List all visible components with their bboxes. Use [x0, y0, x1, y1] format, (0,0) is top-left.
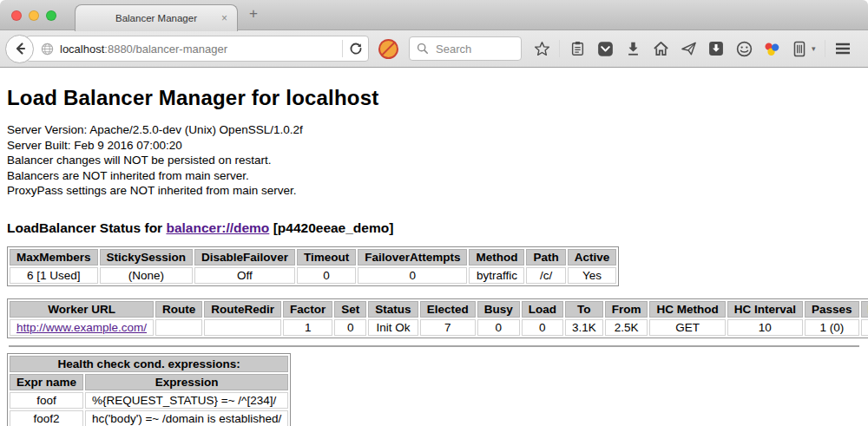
cell-elected: 7 — [420, 319, 476, 336]
globe-icon — [41, 43, 54, 56]
balancer-params-table: MaxMembers StickySession DisableFailover… — [7, 246, 619, 286]
home-icon[interactable] — [652, 39, 669, 58]
column-header: Method — [469, 249, 524, 265]
cell-status: Init Ok — [368, 319, 418, 336]
cell-disablefailover: Off — [194, 267, 295, 284]
column-header: Busy — [477, 301, 520, 318]
column-header: DisableFailover — [194, 249, 295, 265]
column-header: MaxMembers — [10, 249, 98, 265]
cell-expression: %{REQUEST_STATUS} =~ /^[234]/ — [85, 392, 288, 409]
back-arrow-icon — [13, 42, 27, 56]
column-header: Timeout — [297, 249, 356, 265]
page-title: Load Balancer Manager for localhost — [7, 86, 861, 110]
clipboard-icon[interactable] — [569, 39, 586, 58]
menu-hamburger-icon[interactable] — [834, 39, 852, 58]
cell-expression: hc('body') =~ /domain is established/ — [85, 410, 288, 426]
cell-worker-url: http://www.example.com/ — [10, 319, 154, 336]
cell-active: Yes — [568, 267, 617, 284]
cell-routeredir — [204, 319, 281, 336]
url-path: :8880/balancer-manager — [104, 43, 227, 56]
table-header-row: Expr name Expression — [10, 374, 288, 390]
zoom-window-button[interactable] — [46, 10, 56, 21]
cell-route — [155, 319, 202, 336]
page-content: Load Balancer Manager for localhost Serv… — [0, 86, 868, 426]
url-text: localhost:8880/balancer-manager — [60, 43, 227, 56]
save-download-icon[interactable] — [707, 39, 725, 58]
cell-to: 3.1K — [565, 319, 603, 336]
cell-path: /c/ — [526, 267, 565, 284]
cell-hc-method: GET — [649, 319, 725, 336]
tab-balancer-manager[interactable]: Balancer Manager × — [75, 4, 238, 31]
cell-fails: 2 (0) — [861, 319, 868, 336]
cell-passes: 1 (0) — [805, 319, 859, 336]
table-header-row: MaxMembers StickySession DisableFailover… — [10, 249, 616, 265]
table-row: foof %{REQUEST_STATUS} =~ /^[234]/ — [10, 392, 288, 409]
cell-timeout: 0 — [297, 267, 356, 284]
column-header: Status — [368, 301, 418, 318]
column-header: Load — [522, 301, 563, 318]
title-bar: Balancer Manager × + — [0, 0, 868, 30]
table-header-row: Worker URL Route RouteRedir Factor Set S… — [10, 301, 868, 318]
cell-maxmembers: 6 [1 Used] — [10, 267, 98, 284]
server-built-line: Server Built: Feb 9 2016 07:00:20 — [7, 138, 861, 154]
column-header: Elected — [420, 301, 476, 318]
toolbar-divider — [825, 40, 825, 57]
browser-window: Balancer Manager × + localhost:8880/bala… — [0, 0, 868, 426]
toolbar-icons: ▾ — [533, 39, 868, 58]
column-header: From — [605, 301, 648, 318]
table-row: 6 [1 Used] (None) Off 0 0 bytraffic /c/ … — [10, 267, 616, 284]
search-input[interactable] — [434, 42, 509, 56]
cell-load: 0 — [522, 319, 563, 336]
server-version-line: Server Version: Apache/2.5.0-dev (Unix) … — [7, 122, 861, 138]
column-header: Active — [568, 249, 617, 265]
column-header: Path — [526, 249, 565, 265]
back-button[interactable] — [5, 35, 34, 63]
table-row: http://www.example.com/ 1 0 Init Ok 7 0 … — [10, 319, 868, 336]
inherit-note-line: Balancers are NOT inherited from main se… — [7, 168, 861, 184]
column-header: Fails — [861, 301, 868, 318]
minimize-window-button[interactable] — [29, 10, 39, 21]
content-blocker-icon[interactable] — [378, 39, 398, 59]
column-header: Factor — [283, 301, 332, 318]
toolbar-divider — [559, 40, 560, 57]
persist-note-line: Balancer changes will NOT be persisted o… — [7, 153, 861, 168]
url-bar[interactable]: localhost:8880/balancer-manager — [26, 36, 369, 62]
column-header: HC Method — [649, 301, 725, 318]
chevron-down-icon[interactable]: ▾ — [812, 44, 816, 53]
bookmark-star-icon[interactable] — [533, 39, 550, 58]
worker-url-link[interactable]: http://www.example.com/ — [16, 321, 147, 334]
balancer-demo-link[interactable]: balancer://demo — [166, 220, 269, 235]
navigation-toolbar: localhost:8880/balancer-manager — [0, 30, 868, 68]
column-header: Set — [334, 301, 366, 318]
cell-stickysession: (None) — [100, 267, 194, 284]
close-window-button[interactable] — [11, 10, 22, 21]
worker-table: Worker URL Route RouteRedir Factor Set S… — [7, 298, 868, 338]
table-title-row: Health check cond. expressions: — [10, 356, 288, 372]
column-header: StickySession — [100, 249, 194, 265]
column-header: FailoverAttempts — [358, 249, 467, 265]
loadbalancer-status-heading: LoadBalancer Status for balancer://demo … — [7, 220, 861, 236]
status-heading-suffix: [p4420eeae_demo] — [269, 220, 393, 235]
server-info: Server Version: Apache/2.5.0-dev (Unix) … — [7, 122, 861, 199]
container-icon[interactable] — [791, 39, 808, 58]
search-icon — [417, 43, 429, 55]
section-divider — [9, 345, 859, 347]
reload-button[interactable] — [349, 42, 363, 56]
urlbar-divider — [342, 40, 343, 57]
column-header: Passes — [805, 301, 859, 318]
tab-close-icon[interactable]: × — [221, 12, 227, 24]
new-tab-button[interactable]: + — [249, 5, 258, 23]
column-header: Expression — [85, 374, 288, 390]
emoji-smiley-icon[interactable] — [735, 39, 753, 58]
search-bar[interactable] — [409, 36, 522, 61]
cell-method: bytraffic — [469, 267, 524, 284]
cell-set: 0 — [334, 319, 366, 336]
downloads-icon[interactable] — [624, 39, 641, 58]
pocket-icon[interactable] — [596, 39, 614, 58]
cell-expr-name: foof — [10, 392, 83, 409]
send-tab-icon[interactable] — [680, 39, 697, 58]
window-controls — [11, 10, 56, 21]
url-domain: localhost — [60, 43, 104, 56]
column-header: Expr name — [10, 374, 83, 390]
downloadhelper-dots-icon[interactable] — [763, 39, 780, 58]
